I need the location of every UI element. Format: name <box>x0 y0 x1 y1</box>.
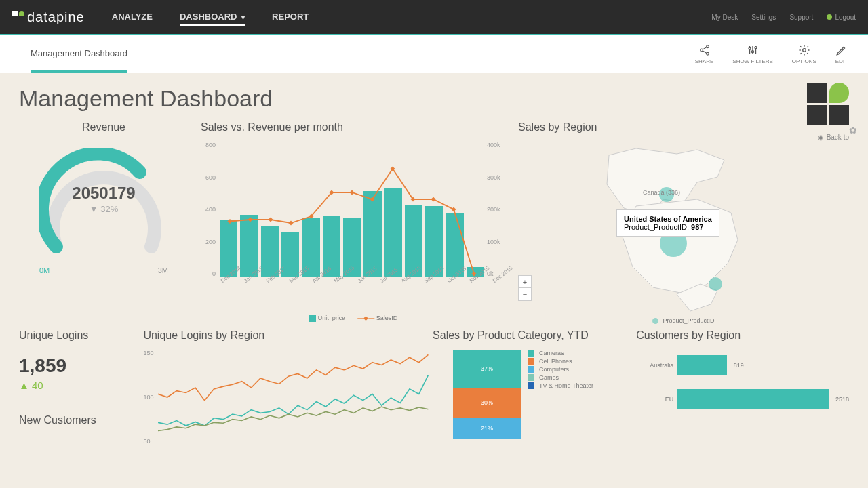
brand-widget <box>807 83 849 125</box>
x-axis-labels: Dec 2014Jan 2015Feb 2015Mar 2015Apr 2015… <box>220 279 484 285</box>
row-2: Unique Logins 1,859 ▲ 40 New Customers U… <box>19 329 849 455</box>
gauge-min: 0M <box>39 266 50 274</box>
svg-point-11 <box>803 48 806 52</box>
sales-region-title: Sales by Region <box>518 121 849 134</box>
nav-dashboard[interactable]: DASHBOARD ▾ <box>180 9 245 26</box>
svg-point-1 <box>700 49 703 52</box>
svg-point-9 <box>752 50 754 52</box>
brand-logo[interactable]: datapine <box>12 9 85 25</box>
filters-label: SHOW FILTERS <box>732 58 772 64</box>
nav-analyze[interactable]: ANALYZE <box>112 9 153 26</box>
main-nav: ANALYZE DASHBOARD ▾ REPORT <box>112 9 309 26</box>
revenue-delta-value: 32% <box>100 204 118 214</box>
logo-icon <box>12 11 24 23</box>
legend-bar-label: Unit_price <box>318 314 346 321</box>
unique-logins-delta: ▲ 40 <box>19 380 131 391</box>
show-filters-button[interactable]: SHOW FILTERS <box>732 44 772 64</box>
options-button[interactable]: OPTIONS <box>792 44 816 64</box>
chevron-down-icon: ▾ <box>241 14 245 21</box>
back-arrow-icon: ◉ <box>818 134 824 141</box>
map-legend-label: Product_ProductID <box>663 317 714 324</box>
product-category-card: Sales by Product Category, YTD 37%30%21%… <box>433 329 624 455</box>
gear-icon <box>798 44 810 56</box>
svg-point-10 <box>755 46 757 48</box>
tooltip-value: 987 <box>691 223 703 231</box>
unique-logins-value: 1,859 <box>19 355 131 377</box>
tooltip-region: United States of America <box>624 215 712 223</box>
revenue-gauge: 2050179 ▼ 32% <box>39 148 168 264</box>
link-settings[interactable]: Settings <box>751 14 776 21</box>
nav-report[interactable]: REPORT <box>272 9 309 26</box>
prodcat-title: Sales by Product Category, YTD <box>433 329 624 342</box>
chart-settings-icon[interactable]: ✿ <box>849 125 857 136</box>
svg-point-8 <box>749 47 751 49</box>
logout-label: Logout <box>835 14 856 21</box>
custregion-title: Customers by Region <box>636 329 849 342</box>
stacked-bar: 37%30%21% <box>453 350 521 439</box>
legend-swatch-bar <box>309 315 316 322</box>
back-to-button[interactable]: ◉ Back to <box>818 134 849 141</box>
page-title: Management Dashboard <box>19 85 849 112</box>
customers-region-card: Customers by Region Australia819EU2518 <box>636 329 849 455</box>
legend-line-marker: —◆— <box>357 314 374 321</box>
sales-rev-title: Sales vs. Revenue per month <box>201 121 506 134</box>
nav-dashboard-label: DASHBOARD <box>180 12 237 22</box>
share-button[interactable]: SHARE <box>695 44 714 64</box>
hbar-chart: Australia819EU2518 <box>636 355 849 409</box>
pencil-icon <box>835 44 848 56</box>
bubble-icon <box>652 318 658 324</box>
svg-line-4 <box>703 50 707 53</box>
row-1: Revenue 2050179 ▼ 32% 0M 3M Sales vs. Re… <box>19 121 849 324</box>
status-dot-icon <box>827 14 832 20</box>
svg-point-27 <box>709 277 722 291</box>
svg-line-3 <box>703 47 707 49</box>
new-customers-title: New Customers <box>19 414 131 426</box>
revenue-value: 2050179 <box>39 184 168 203</box>
zoom-out-button[interactable]: − <box>519 288 531 300</box>
logins-region-card: Unique Logins by Region 15010050 <box>143 329 420 455</box>
edit-label: EDIT <box>835 58 848 64</box>
unique-logins-delta-val: 40 <box>32 380 43 391</box>
tooltip-label: Product_ProductID: <box>624 223 689 231</box>
combo-chart: 8006004002000 400k300k200k100k0k Dec 201… <box>201 142 506 294</box>
revenue-title: Revenue <box>82 121 125 134</box>
edit-button[interactable]: EDIT <box>835 44 848 64</box>
options-label: OPTIONS <box>792 58 816 64</box>
logout-button[interactable]: Logout <box>827 14 856 21</box>
y-axis-left: 8006004002000 <box>201 142 216 277</box>
map-legend: Product_ProductID <box>518 317 849 324</box>
dashboard-tab[interactable]: Management Dashboard <box>31 48 127 73</box>
logins-line-chart: 15010050 <box>143 350 420 455</box>
gauge-max: 3M <box>158 266 168 274</box>
logins-region-title: Unique Logins by Region <box>143 329 420 342</box>
brand-name: datapine <box>27 9 85 25</box>
top-right-links: My Desk Settings Support Logout <box>711 14 856 21</box>
map-canada-label: Canada (336) <box>643 189 680 196</box>
link-my-desk[interactable]: My Desk <box>711 14 738 21</box>
map-tooltip: United States of America Product_Product… <box>616 209 719 237</box>
legend-line-label: SalesID <box>376 314 398 321</box>
share-icon <box>698 44 711 56</box>
sales-region-card: Sales by Region ✿ ◉ Back to Canada (336)… <box>518 121 849 324</box>
subbar: Management Dashboard SHARE SHOW FILTERS … <box>0 35 868 73</box>
prodcat-legend: CamerasCell PhonesComputersGamesTV & Hom… <box>528 350 593 439</box>
revenue-delta: ▼ 32% <box>39 204 168 214</box>
y-axis-right: 400k300k200k100k0k <box>487 142 506 277</box>
combo-legend: Unit_price —◆— SalesID <box>201 314 506 322</box>
topbar: datapine ANALYZE DASHBOARD ▾ REPORT My D… <box>0 0 868 35</box>
revenue-card: Revenue 2050179 ▼ 32% 0M 3M <box>19 121 189 324</box>
logins-y-axis: 15010050 <box>143 350 153 445</box>
zoom-in-button[interactable]: + <box>519 276 531 288</box>
unique-logins-card: Unique Logins 1,859 ▲ 40 New Customers <box>19 329 131 455</box>
map-area[interactable]: Canada (336) United States of America Pr… <box>518 142 849 314</box>
share-label: SHARE <box>695 58 714 64</box>
link-support[interactable]: Support <box>789 14 813 21</box>
back-label: Back to <box>827 134 849 141</box>
svg-point-0 <box>706 45 709 47</box>
sliders-icon <box>747 44 759 56</box>
unique-logins-title: Unique Logins <box>19 329 131 342</box>
sales-revenue-card: Sales vs. Revenue per month 800600400200… <box>201 121 506 324</box>
bars-area <box>220 142 484 277</box>
content: Management Dashboard Revenue 2050179 ▼ 3… <box>0 73 868 455</box>
subbar-actions: SHARE SHOW FILTERS OPTIONS EDIT <box>695 44 848 64</box>
